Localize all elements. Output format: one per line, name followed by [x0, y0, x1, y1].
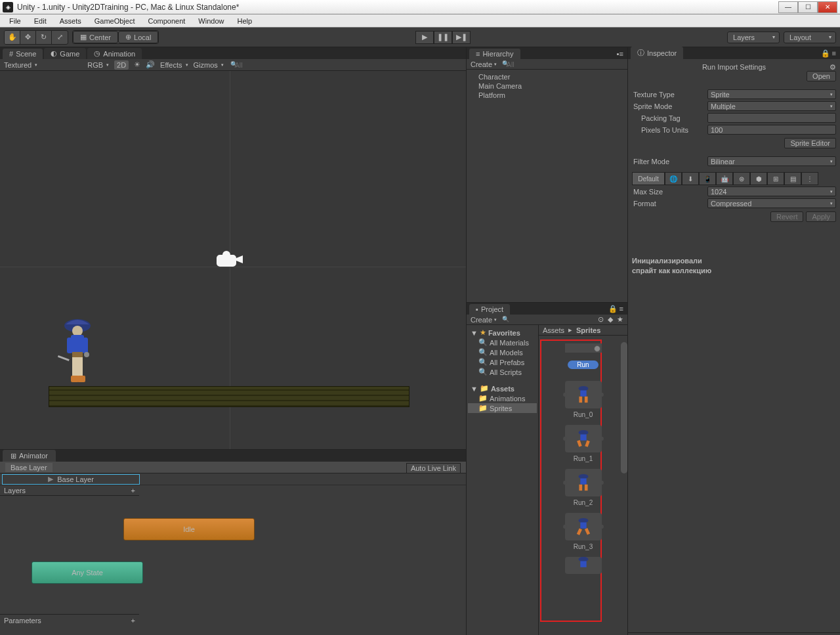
pivot-toggle[interactable]: ▦Center	[73, 31, 118, 43]
space-toggle[interactable]: ⊕Local	[118, 31, 158, 43]
packing-tag-field[interactable]	[707, 113, 836, 123]
hierarchy-item-character[interactable]: Character	[473, 72, 621, 81]
animator-graph[interactable]: Idle Any State Parameters +	[0, 496, 466, 635]
sprite-root-run[interactable]	[565, 343, 602, 353]
menu-gameobject[interactable]: GameObject	[88, 16, 142, 26]
animator-icon: ⊞	[10, 452, 16, 460]
hierarchy-search[interactable]: All	[501, 60, 623, 68]
step-button[interactable]: ▶❚	[452, 31, 471, 44]
platform-standalone[interactable]: ⬇	[682, 172, 699, 185]
menu-assets[interactable]: Assets	[53, 16, 88, 26]
menu-edit[interactable]: Edit	[28, 16, 53, 26]
fav-models[interactable]: 🔍All Models	[468, 347, 537, 357]
menu-file[interactable]: File	[3, 16, 28, 26]
filter-mode-field[interactable]: Bilinear	[707, 156, 836, 166]
rotate-tool[interactable]: ↻	[36, 31, 52, 44]
favorites-header[interactable]: ▼★Favorites	[468, 328, 537, 338]
animations-folder[interactable]: 📁Animations	[468, 393, 537, 403]
menu-component[interactable]: Component	[141, 16, 192, 26]
gizmos-dropdown[interactable]: Gizmos	[194, 61, 224, 69]
audio-icon[interactable]: 🔊	[146, 60, 155, 69]
svg-point-24	[578, 518, 588, 523]
effects-dropdown[interactable]: Effects	[160, 61, 188, 69]
tab-inspector[interactable]: ⓘInspector	[631, 47, 683, 59]
breadcrumb-base-layer[interactable]: Base Layer	[5, 463, 52, 472]
layout-dropdown[interactable]: Layout	[784, 32, 836, 43]
platform-wp8[interactable]: ⊞	[767, 172, 784, 185]
save-search-icon[interactable]: ★	[617, 315, 623, 324]
2d-toggle[interactable]: 2D	[114, 60, 129, 70]
hand-tool[interactable]: ✋	[5, 31, 20, 44]
platform-default[interactable]: Default	[632, 172, 665, 185]
format-field[interactable]: Compressed	[707, 198, 836, 208]
close-button[interactable]: ✕	[818, 1, 837, 13]
project-create[interactable]: Create	[471, 316, 497, 324]
sprites-folder[interactable]: 📁Sprites	[468, 403, 537, 413]
preview-header[interactable]: Preview	[628, 632, 840, 635]
menu-help[interactable]: Help	[230, 16, 259, 26]
move-tool[interactable]: ✥	[20, 31, 36, 44]
tab-project[interactable]: ▪Project	[469, 304, 510, 315]
platform-bb[interactable]: ⊛	[733, 172, 750, 185]
assets-folder[interactable]: ▼📁Assets	[468, 383, 537, 393]
maximize-button[interactable]: ☐	[798, 1, 818, 13]
hierarchy-create[interactable]: Create	[471, 60, 497, 68]
layer-base[interactable]: ▶Base Layer	[2, 474, 140, 485]
tab-animator[interactable]: ⊞Animator	[3, 450, 56, 462]
tab-animation[interactable]: ◷Animation	[87, 48, 142, 59]
inspector-menu[interactable]: 🔒 ≡	[817, 48, 840, 59]
gear-icon[interactable]: ⚙	[830, 63, 836, 72]
minimize-button[interactable]: —	[778, 1, 798, 13]
layers-dropdown[interactable]: Layers	[727, 32, 780, 43]
fav-materials[interactable]: 🔍All Materials	[468, 338, 537, 347]
svg-point-16	[578, 430, 588, 435]
filter-icon[interactable]: ⊙	[598, 315, 604, 324]
platform-flash[interactable]: ⬢	[750, 172, 767, 185]
sprite-mode-field[interactable]: Multiple	[707, 101, 836, 111]
auto-live-link[interactable]: Auto Live Link	[406, 463, 461, 473]
light-icon[interactable]: ☀	[134, 60, 140, 69]
platform-android[interactable]: 🤖	[716, 172, 733, 185]
pixels-to-units-field[interactable]: 100	[707, 125, 836, 135]
scrollbar[interactable]	[621, 342, 627, 473]
svg-rect-8	[77, 357, 83, 377]
scene-view[interactable]	[0, 71, 466, 449]
bc-assets[interactable]: Assets	[543, 326, 564, 334]
state-any-state[interactable]: Any State	[32, 561, 143, 584]
apply-button[interactable]: Apply	[806, 211, 836, 222]
scale-tool[interactable]: ⤢	[52, 31, 68, 44]
hierarchy-item-camera[interactable]: Main Camera	[473, 81, 621, 91]
max-size-field[interactable]: 1024	[707, 186, 836, 196]
color-mode[interactable]: RGB	[87, 61, 109, 69]
tab-game[interactable]: ◐Game	[44, 48, 86, 59]
revert-button[interactable]: Revert	[770, 211, 803, 222]
texture-type-field[interactable]: Sprite	[707, 89, 836, 99]
project-search[interactable]	[501, 316, 594, 324]
tab-scene[interactable]: #Scene	[3, 49, 43, 59]
character-sprite[interactable]	[58, 314, 97, 386]
open-button[interactable]: Open	[807, 71, 836, 81]
menu-window[interactable]: Window	[192, 16, 230, 26]
platform-ios[interactable]: 📱	[699, 172, 716, 185]
hierarchy-item-platform[interactable]: Platform	[473, 91, 621, 100]
state-idle[interactable]: Idle	[123, 518, 255, 540]
label-icon[interactable]: ◆	[608, 315, 613, 324]
project-grid[interactable]: Run Run_0 Run_1 Run_2	[539, 336, 627, 635]
platform-web[interactable]: 🌐	[665, 172, 682, 185]
add-parameter-button[interactable]: +	[131, 617, 135, 624]
add-layer-button[interactable]: +	[131, 487, 135, 494]
bc-sprites[interactable]: Sprites	[576, 326, 600, 334]
scene-search[interactable]: All	[229, 61, 282, 69]
sprite-editor-button[interactable]: Sprite Editor	[784, 138, 836, 148]
platform-more[interactable]: ⋮	[801, 172, 818, 185]
render-mode[interactable]: Textured	[4, 61, 37, 69]
play-button[interactable]: ▶	[415, 31, 434, 44]
fav-prefabs[interactable]: 🔍All Prefabs	[468, 357, 537, 367]
platform-sprite[interactable]	[49, 386, 410, 407]
pause-button[interactable]: ❚❚	[434, 31, 452, 44]
tab-hierarchy[interactable]: ≡Hierarchy	[469, 49, 520, 59]
platform-store[interactable]: ▤	[784, 172, 801, 185]
hierarchy-menu[interactable]: ▪≡	[613, 49, 627, 59]
project-menu[interactable]: 🔒 ≡	[604, 303, 627, 315]
fav-scripts[interactable]: 🔍All Scripts	[468, 367, 537, 377]
